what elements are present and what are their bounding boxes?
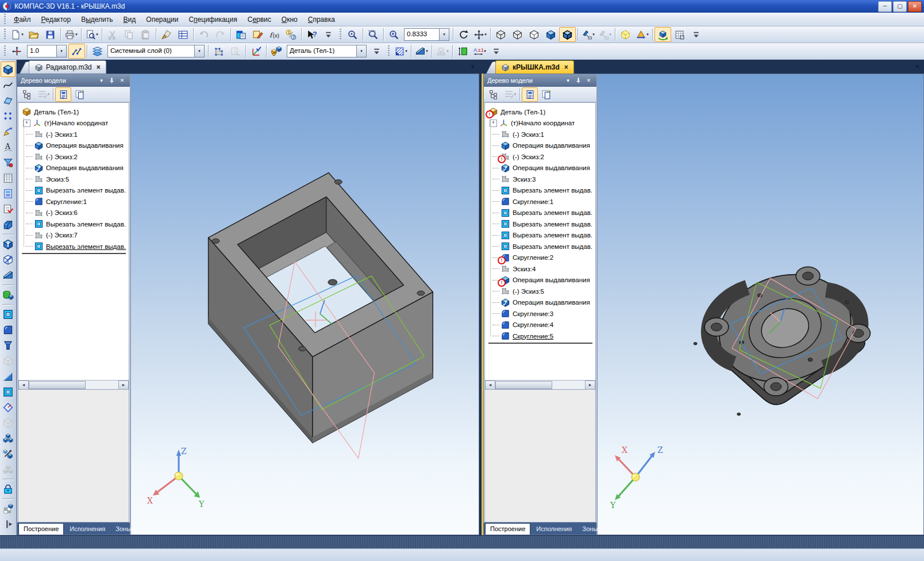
mirror-pattern-button[interactable]	[1, 446, 16, 462]
auto-dimension-button[interactable]: A±1▾	[471, 44, 488, 59]
open-document-button[interactable]	[25, 27, 42, 42]
hide-all-button[interactable]: ▾	[596, 27, 613, 42]
filters-button[interactable]	[1, 155, 16, 170]
variables-button[interactable]	[249, 27, 266, 42]
print-preview-button-dropdown-icon[interactable]: ▾	[96, 32, 98, 37]
tree-item[interactable]: Вырезать элемент выдав.	[487, 218, 594, 230]
tree-composition-button[interactable]	[522, 87, 538, 102]
document-tab[interactable]: Радиатор.m3d ×	[29, 60, 106, 74]
menu-Окно[interactable]: Окно	[276, 14, 303, 25]
tree-item[interactable]: Эскиз:3	[487, 174, 594, 185]
cut-revolve-button[interactable]	[1, 384, 16, 399]
tree-item[interactable]: Скругление:5	[487, 331, 594, 342]
tab-list-button[interactable]: ▼	[915, 64, 920, 70]
additional-tree-window-button[interactable]	[538, 87, 554, 102]
zoom-area-button[interactable]	[365, 27, 382, 42]
scroll-right-button[interactable]: ►	[118, 381, 129, 390]
hide-objects-button-dropdown-icon[interactable]: ▾	[592, 32, 595, 37]
zoom-combo[interactable]: 0.8333▾	[404, 28, 449, 41]
display-params-button[interactable]	[671, 27, 688, 42]
redo-button[interactable]	[212, 27, 229, 42]
macro-button[interactable]	[1, 501, 16, 516]
tab-list-button[interactable]: ▼	[470, 64, 475, 70]
wireframe-mode-button[interactable]	[492, 27, 509, 42]
toolbar-options-button[interactable]	[488, 44, 505, 59]
tree-pin-icon[interactable]	[107, 76, 116, 84]
context-help-button[interactable]: ?	[303, 27, 320, 42]
model-tree-header[interactable]: Дерево модели ▾ ✕	[484, 74, 596, 87]
tab-close-icon[interactable]: ×	[97, 63, 101, 71]
maximize-button[interactable]: ▢	[893, 1, 907, 12]
tree-horizontal-scrollbar[interactable]: ◄ ►	[18, 380, 129, 389]
quick-planes-button[interactable]: ▾	[413, 44, 430, 59]
tree-item[interactable]: Скругление:1	[487, 196, 594, 208]
close-button[interactable]: ✕	[908, 1, 922, 12]
copy-properties-button[interactable]	[158, 27, 175, 42]
placement-button-dropdown-icon[interactable]: ▾	[446, 49, 449, 53]
tree-item[interactable]: Вырезать элемент выдав.	[487, 241, 594, 252]
print-button[interactable]: ▾	[63, 27, 79, 42]
tree-item[interactable]: (-) Эскиз:1	[21, 129, 128, 140]
condition-button[interactable]	[1, 399, 16, 415]
tree-item[interactable]: Скругление:3	[487, 308, 594, 320]
specification-button[interactable]	[175, 27, 191, 42]
bottom-tab-Построение[interactable]: Построение	[485, 523, 530, 535]
paste-button[interactable]	[137, 27, 154, 42]
toolbar-options-button[interactable]	[320, 27, 337, 42]
tree-item[interactable]: Скругление:1	[21, 196, 128, 208]
hide-objects-button[interactable]: ▾	[580, 27, 596, 42]
tree-item[interactable]: !(-) Эскиз:2	[487, 151, 594, 163]
scroll-right-button[interactable]: ►	[585, 381, 595, 390]
layer-combo-value[interactable]: Системный слой (0)	[108, 45, 194, 57]
part-combo-value[interactable]: Деталь (Тел-1)	[287, 45, 356, 57]
print-button-dropdown-icon[interactable]: ▾	[75, 32, 78, 37]
coordinate-check-button[interactable]	[248, 44, 264, 59]
additional-tree-window-button[interactable]	[71, 87, 87, 102]
scroll-thumb[interactable]	[29, 381, 86, 389]
pattern-button[interactable]	[1, 431, 16, 446]
tree-item[interactable]: (-) Эскиз:1	[487, 129, 594, 140]
cut-button[interactable]	[104, 27, 121, 42]
minimize-button[interactable]: ─	[878, 1, 892, 12]
edit-sketch-button[interactable]	[210, 44, 227, 59]
menu-Сервис[interactable]: Сервис	[242, 14, 276, 25]
copy-pattern-button[interactable]	[1, 462, 16, 477]
extrude-button[interactable]	[1, 236, 16, 252]
tree-item[interactable]: (-) Эскиз:5	[487, 286, 594, 297]
model-tree-header[interactable]: Дерево модели ▾ ✕	[17, 74, 130, 87]
body-selector-button[interactable]	[268, 44, 285, 59]
shaded-mode-button[interactable]	[542, 27, 559, 42]
zoom-in-out-button[interactable]	[386, 27, 402, 42]
tree-item[interactable]: +(т)Начало координат	[21, 118, 128, 129]
shell-button[interactable]	[1, 415, 16, 431]
scroll-thumb[interactable]	[495, 381, 552, 389]
tab-close-icon[interactable]: ×	[564, 63, 568, 71]
undo-button[interactable]	[195, 27, 212, 42]
hole-button[interactable]	[1, 337, 16, 353]
sheet-body-button[interactable]	[1, 217, 16, 232]
new-document-button-dropdown-icon[interactable]: ▾	[21, 32, 24, 37]
tree-item[interactable]: Вырезать элемент выдав.	[21, 218, 128, 230]
copy-button[interactable]	[121, 27, 137, 42]
menu-Операции[interactable]: Операции	[141, 14, 183, 25]
layers-button[interactable]	[89, 44, 106, 59]
hidden-thin-mode-button[interactable]	[526, 27, 542, 42]
surfaces-button[interactable]	[1, 93, 16, 108]
scroll-left-button[interactable]: ◄	[485, 381, 495, 390]
panel-expand-button[interactable]	[1, 516, 16, 532]
tree-item[interactable]: Эскиз:5	[21, 174, 128, 185]
hidden-lines-mode-button[interactable]	[509, 27, 526, 42]
tree-item[interactable]: Операция выдавливания	[487, 297, 594, 309]
toolbar-options-button[interactable]	[368, 44, 385, 59]
tree-item[interactable]: Вырезать элемент выдав.	[21, 241, 128, 252]
verification-button[interactable]	[1, 201, 16, 217]
move-view-button-dropdown-icon[interactable]: ▾	[484, 32, 487, 37]
tree-item[interactable]: Вырезать элемент выдав.	[487, 185, 594, 197]
rib-button[interactable]	[1, 368, 16, 384]
cut-extrude-button[interactable]	[1, 306, 16, 322]
tree-item[interactable]: Операция выдавливания	[21, 163, 128, 174]
tree-item[interactable]: (-) Эскиз:2	[21, 151, 128, 163]
tree-composition-button[interactable]	[55, 87, 71, 102]
tree-filter-button[interactable]: ▾	[502, 87, 518, 102]
quick-planes-button-dropdown-icon[interactable]: ▾	[426, 49, 428, 53]
